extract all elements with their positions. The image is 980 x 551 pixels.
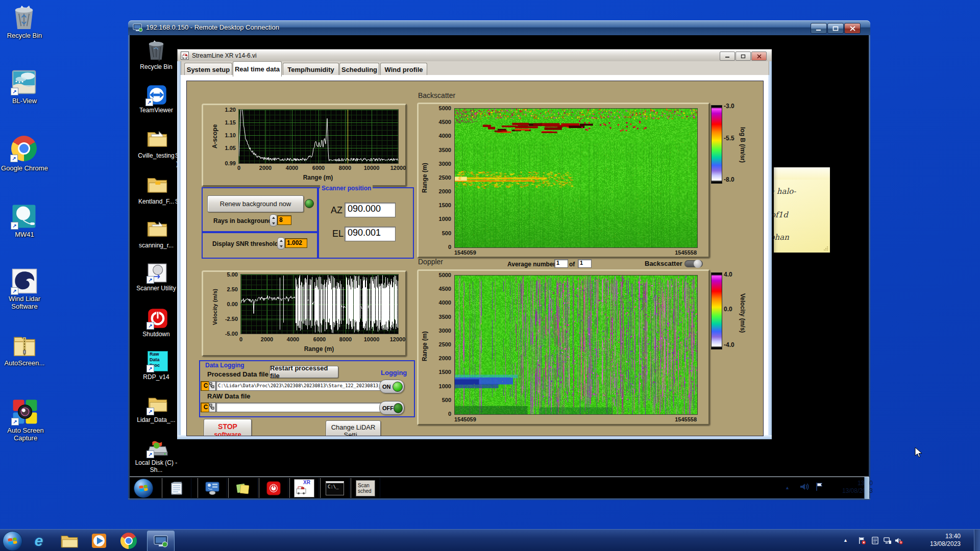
raw-logging-toggle[interactable]: OFF xyxy=(379,401,404,415)
app-titlebar[interactable]: StreamLine XR v14-6.vi xyxy=(177,49,772,62)
host-clock[interactable]: 13:40 13/08/2023 xyxy=(910,533,961,548)
velocity-plot[interactable] xyxy=(240,274,399,334)
el-value-field[interactable]: 090.001 xyxy=(345,227,396,241)
host-icon-label[interactable]: AutoScreen... xyxy=(1,359,48,367)
remote-show-desktop-button[interactable] xyxy=(864,477,869,499)
remote-taskbar-shutdown[interactable] xyxy=(259,478,288,498)
tray-expand-icon[interactable]: ▲ xyxy=(785,485,790,490)
rdp-icon-kentland[interactable] xyxy=(146,174,168,195)
change-lidar-settings-button[interactable]: Change LiDAR Setti... xyxy=(326,420,381,436)
average-of-field[interactable]: 1 xyxy=(578,259,592,268)
host-icon-wind-lidar[interactable]: ↗ xyxy=(12,268,37,294)
rdp-icon-shutdown[interactable]: ↗ xyxy=(148,308,168,329)
tab-system-setup[interactable]: System setup xyxy=(184,63,232,76)
remote-taskbar-display-settings[interactable] xyxy=(198,478,227,498)
rdp-window-titlebar[interactable]: 192.168.0.150 - Remote Desktop Connectio… xyxy=(128,20,870,35)
rdp-icon-label[interactable]: Local Disk (C) - Sh... xyxy=(131,459,182,473)
rdp-icon-label[interactable]: TeamViewer xyxy=(131,107,182,114)
raw-path-field[interactable] xyxy=(216,403,383,412)
tab-scheduling[interactable]: Scheduling xyxy=(339,63,379,76)
snr-spinner[interactable] xyxy=(277,237,285,249)
host-taskbar-media-player[interactable] xyxy=(91,533,107,549)
y-tick: 1.10 xyxy=(218,132,236,138)
processed-logging-toggle[interactable]: ON xyxy=(379,380,404,393)
path-browse-icon[interactable] xyxy=(209,381,216,391)
rdp-icon-lidar-data[interactable]: ↗ xyxy=(148,394,168,414)
rdp-icon-scanner-utility[interactable]: ↗ xyxy=(148,263,167,283)
host-tray-expand-icon[interactable]: ▲ xyxy=(843,538,848,543)
rdp-icon-local-disk[interactable]: ↗ xyxy=(148,439,168,457)
rdp-icon-label[interactable]: Recycle Bin xyxy=(132,63,181,70)
processed-data-file-label: Processed Data file xyxy=(207,370,268,378)
host-icon-autoscreen-zip[interactable] xyxy=(13,333,36,358)
host-icon-label[interactable]: Wind Lidar Software xyxy=(1,295,48,310)
rdp-maximize-button[interactable] xyxy=(827,23,844,34)
host-icon-label[interactable]: Auto Screen Capture xyxy=(1,427,50,442)
rdp-icon-teamviewer[interactable]: ↗ xyxy=(146,85,167,105)
rdp-icon-cville-testing[interactable] xyxy=(146,129,168,149)
host-icon-bl-view[interactable]: ↗ xyxy=(12,70,36,94)
rdp-icon-label[interactable]: Lidar_Data_... xyxy=(131,416,182,423)
ascope-plot[interactable] xyxy=(238,109,399,164)
host-icon-label[interactable]: MW41 xyxy=(1,231,48,238)
action-center-flag-icon[interactable] xyxy=(815,482,825,492)
processed-path-field[interactable]: C:\Lidar\Data\Proc\2023\202308\20230813\… xyxy=(216,381,385,391)
remote-taskbar-sticky-notes[interactable] xyxy=(228,478,258,498)
host-icon-label[interactable]: Google Chrome xyxy=(1,164,48,172)
path-browse-icon[interactable] xyxy=(209,403,216,412)
rdp-minimize-button[interactable] xyxy=(811,23,827,34)
host-icon-recycle-bin[interactable] xyxy=(12,4,36,31)
doppler-heatmap[interactable] xyxy=(454,275,698,415)
remote-start-button[interactable] xyxy=(134,479,153,498)
host-taskbar-file-explorer[interactable] xyxy=(60,534,79,549)
host-show-desktop-button[interactable] xyxy=(974,530,980,551)
sticky-note[interactable]: : halo- of1d phan xyxy=(774,167,830,253)
rdp-icon-recycle-bin[interactable] xyxy=(146,39,166,61)
app-minimize-button[interactable] xyxy=(720,52,735,61)
host-clipboard-icon[interactable] xyxy=(871,536,879,545)
remote-taskbar-scan-scheduler[interactable]: Scansched xyxy=(351,478,380,498)
snr-value-field[interactable]: 1.002 xyxy=(285,238,307,248)
rdp-close-button[interactable] xyxy=(844,23,861,34)
backscatter-heatmap[interactable] xyxy=(454,108,698,248)
restart-processed-file-button[interactable]: Restart processed file xyxy=(270,366,338,378)
renew-background-button[interactable]: Renew background now xyxy=(207,195,304,212)
y-tick: -5.00 xyxy=(219,331,238,337)
x-tick: 10000 xyxy=(364,165,380,171)
backscatter-display-toggle[interactable] xyxy=(684,260,703,267)
host-network-icon[interactable] xyxy=(883,536,892,545)
host-taskbar-chrome[interactable] xyxy=(120,533,137,549)
tab-real-time-data[interactable]: Real time data xyxy=(233,61,282,77)
host-action-flag-icon[interactable] xyxy=(857,536,866,545)
average-number-field[interactable]: 1 xyxy=(554,259,568,268)
rdp-icon-label[interactable]: Shutdown xyxy=(132,331,181,338)
resize-grip-icon[interactable] xyxy=(823,246,828,251)
rdp-icon-label[interactable]: Scanner Utility xyxy=(132,285,181,292)
tab-temp-humidity[interactable]: Temp/humidity xyxy=(283,63,339,76)
host-icon-google-chrome[interactable]: ↗ xyxy=(11,136,37,161)
host-taskbar-rdp-active[interactable] xyxy=(147,531,175,551)
remote-taskbar-streamline-xr[interactable]: XR xyxy=(289,478,319,498)
rdp-icon-scanning[interactable] xyxy=(146,218,168,239)
host-icon-label[interactable]: BL-View xyxy=(1,97,48,105)
rays-spinner[interactable] xyxy=(270,214,277,227)
rays-value-field[interactable]: 8 xyxy=(277,215,291,225)
app-maximize-button[interactable] xyxy=(736,52,751,61)
host-volume-icon[interactable] xyxy=(894,536,903,545)
tab-wind-profile[interactable]: Wind profile xyxy=(380,63,427,76)
remote-taskbar-notepad[interactable] xyxy=(162,478,191,498)
volume-icon[interactable] xyxy=(799,482,810,492)
host-icon-auto-screen-capture[interactable]: ↗ xyxy=(12,399,38,424)
app-close-button[interactable] xyxy=(751,52,767,61)
host-icon-label[interactable]: Recycle Bin xyxy=(1,32,48,39)
remote-taskbar-command-prompt[interactable]: C:\_ xyxy=(320,478,350,498)
rdp-icon-rdp-v14[interactable]: RawDataProc ↗ xyxy=(148,351,168,371)
stop-software-button[interactable]: STOP software xyxy=(204,419,252,436)
az-label: AZ xyxy=(331,205,342,216)
host-icon-mw41[interactable]: ↗ xyxy=(12,204,36,229)
az-value-field[interactable]: 090.000 xyxy=(345,203,396,217)
rdp-icon-label[interactable]: scanning_r... xyxy=(130,242,183,249)
host-taskbar-internet-explorer[interactable]: e xyxy=(31,533,47,549)
host-start-button[interactable] xyxy=(3,531,22,551)
rdp-icon-label[interactable]: RDP_v14 xyxy=(132,373,181,381)
